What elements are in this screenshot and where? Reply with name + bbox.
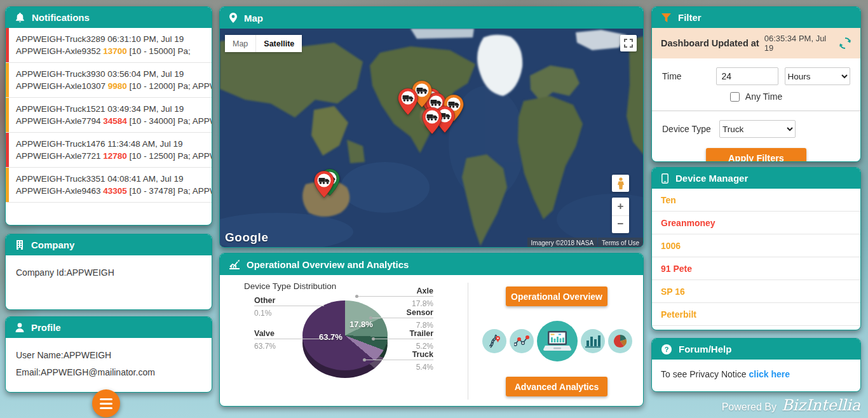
any-time-checkbox[interactable] [730,92,740,102]
divider [468,283,468,400]
advanced-analytics-button[interactable]: Advanced Analytics [506,377,607,396]
fullscreen-button[interactable] [620,35,637,51]
imagery-credit: Imagery ©2018 NASA [527,238,598,248]
bizintellia-logo: BizIntellia [782,396,860,414]
map-type-map-button[interactable]: Map [225,35,256,52]
callout-other-label: Other [254,296,275,305]
company-panel: Company Company Id:APPWEIGH [5,234,212,310]
callout-axle-pct: 17.8% [410,299,433,308]
bar-chart-icon[interactable] [581,329,605,353]
profile-title: Profile [31,322,61,333]
profile-panel: Profile User Name:APPWEIGH Email:APPWEIG… [5,316,212,393]
analytics-panel: Operational Overview and Analytics Devic… [219,253,644,407]
callout-line [254,306,324,306]
zoom-control: + − [612,198,629,233]
alert-value: 34584 [103,116,127,126]
refresh-icon[interactable] [839,37,851,50]
menu-fab-button[interactable] [92,389,120,417]
notification-item[interactable]: APPWEIGH-Truck3930 03:56:04 PM, Jul 19 A… [6,63,212,98]
any-time-label: Any Time [745,91,782,102]
privacy-notice-link[interactable]: click here [749,369,790,379]
device-item[interactable]: Peterbilt [652,303,860,326]
map-marker-truck-pin[interactable] [313,170,335,198]
company-header: Company [6,234,212,255]
route-points-icon[interactable] [510,329,534,353]
pie-chart-icon[interactable] [608,329,632,353]
callout-dot [363,358,366,361]
callout-trailer-label: Trailer [400,329,433,338]
notification-item[interactable]: APPWEIGH-Truck3351 04:08:41 AM, Jul 19 A… [6,168,212,203]
zoom-out-button[interactable]: − [612,216,629,234]
profile-email: Email:APPWEIGH@mailinator.com [16,364,201,381]
filter-title: Filter [678,12,702,23]
time-unit-select[interactable]: Hours [785,67,850,85]
forum-help-panel: ? Forum/Help To see Privacy Notice click… [651,338,861,392]
device-type-pie-chart[interactable]: 17.8% 63.7% [302,300,388,381]
device-item[interactable]: Ten [652,189,860,212]
time-input[interactable] [716,67,778,85]
callout-line [365,360,433,360]
device-manager-header: Device Manager [652,168,860,189]
severity-bar [6,168,9,202]
svg-text:?: ? [665,346,669,353]
zoom-in-button[interactable]: + [612,198,629,216]
device-item[interactable]: Greanmoney [652,212,860,234]
trend-chart-icon [229,260,240,269]
dashboard-updated-banner: Dashboard Updated at 06:35:34 PM, Jul 19 [652,28,860,58]
updated-time: 06:35:34 PM, Jul 19 [764,34,834,53]
callout-truck-label: Truck [405,350,433,359]
notification-item[interactable]: APPWEIGH-Truck3289 06:31:10 PM, Jul 19 A… [6,28,212,63]
device-type-select[interactable]: Truck [719,120,796,138]
profile-user-name: User Name:APPWEIGH [16,347,201,364]
callout-dot [355,295,358,298]
divider [652,111,860,111]
map-type-control: Map Satellite [225,35,302,52]
company-title: Company [31,239,74,250]
callout-axle-label: Axle [410,287,433,295]
operational-overview-button[interactable]: Operational Overview [506,287,607,306]
forum-help-header: ? Forum/Help [652,339,860,360]
fullscreen-icon [624,39,633,48]
device-manager-title: Device Manager [675,173,748,184]
pie-inner-label-valve: 63.7% [319,332,342,342]
analytics-title: Operational Overview and Analytics [247,259,409,270]
street-view-pegman-button[interactable] [612,175,629,192]
terms-of-use-link[interactable]: Terms of Use [598,238,643,248]
mobile-device-icon [661,173,668,184]
analytics-header: Operational Overview and Analytics [220,253,643,275]
map-attribution: Imagery ©2018 NASA Terms of Use [527,238,643,248]
notification-item[interactable]: APPWEIGH-Truck1476 11:34:48 AM, Jul 19 A… [6,133,212,168]
alert-value: 43305 [103,186,127,196]
callout-valve-pct: 63.7% [254,342,276,351]
apply-filters-button[interactable]: Apply Filters [706,148,806,162]
device-item[interactable]: SP 16 [652,280,860,303]
device-item[interactable]: 91 Pete [652,257,860,280]
pegman-icon [617,177,625,189]
laptop-analytics-icon[interactable] [537,321,578,361]
question-icon: ? [661,344,672,354]
callout-line [254,339,334,339]
map-canvas[interactable]: Map Satellite + − Google Imagery ©2018 N… [220,29,643,248]
profile-header: Profile [6,317,212,338]
notification-item[interactable]: APPWEIGH-Truck1521 03:49:34 PM, Jul 19 A… [6,98,212,133]
map-marker-truck-pin[interactable] [397,88,419,116]
map-marker-truck-pin[interactable] [421,107,443,135]
device-item[interactable]: 1006 [652,234,860,257]
severity-bar [6,133,9,167]
callout-line [371,318,433,318]
person-icon [15,323,24,332]
map-panel: Map [219,6,644,248]
callout-sensor-pct: 7.8% [403,321,433,330]
device-manager-panel: Device Manager Ten Greanmoney 1006 91 Pe… [651,167,861,330]
location-pin-icon [229,13,237,23]
map-type-satellite-button[interactable]: Satellite [256,35,302,52]
severity-bar [6,63,9,97]
privacy-notice-text: To see Privacy Notice click here [652,360,860,389]
road-pin-icon[interactable] [482,329,506,353]
pie-chart-title: Device Type Distribution [244,281,336,291]
callout-sensor-label: Sensor [403,308,433,317]
callout-line [374,339,433,339]
analytics-icon-row [479,318,635,364]
callout-trailer-pct: 5.2% [400,342,433,351]
pie-inner-label-axle: 17.8% [349,320,373,329]
